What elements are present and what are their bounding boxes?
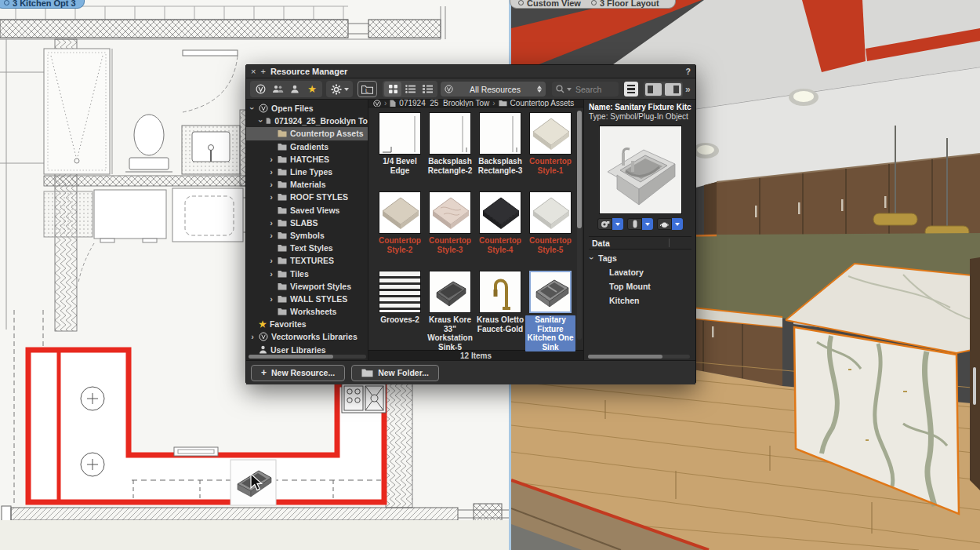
tag-kitchen[interactable]: Kitchen — [589, 296, 691, 305]
tree-item-favorites[interactable]: ★ Favorites — [246, 318, 368, 330]
close-icon[interactable]: × — [251, 67, 256, 76]
search-input[interactable] — [574, 84, 615, 95]
resource-manager-toolbar: ★ — [246, 78, 695, 100]
asset-backsplash-rectangle-2[interactable]: Backsplash Rectangle-2 — [425, 112, 475, 191]
preview-type: Type: Symbol/Plug-In Object — [589, 112, 691, 121]
svg-text:L: L — [365, 88, 368, 93]
preview-horizontal-scrollbar[interactable] — [588, 355, 690, 359]
view-tab-layouts[interactable]: Custom View 3 Floor Layout — [510, 0, 676, 9]
settings-menu-button[interactable] — [326, 81, 353, 97]
dropdown-arrow-button[interactable] — [642, 218, 653, 230]
tree-item-tiles[interactable]: › Tiles — [246, 267, 368, 279]
tags-group[interactable]: › Tags — [589, 253, 691, 263]
data-section-header[interactable]: Data — [589, 236, 691, 250]
add-window-icon[interactable]: + — [260, 67, 265, 76]
user-icon — [259, 345, 267, 354]
chevron-down-icon — [344, 88, 349, 91]
new-folder-button[interactable]: New Folder... — [351, 365, 439, 381]
asset-kraus-oletto-faucet[interactable]: Kraus Oletto Faucet-Gold — [475, 271, 525, 350]
render-mode-dropdown[interactable] — [597, 218, 623, 230]
resource-manager-titlebar[interactable]: × + Resource Manager ? — [246, 65, 695, 78]
vectorworks-app: 3 Kitchen Opt 3 Custom View 3 Floor Layo… — [0, 0, 980, 550]
folder-icon — [278, 257, 287, 264]
folder-icon — [278, 308, 287, 315]
file-icon — [266, 116, 271, 126]
grid-vertical-scrollbar[interactable] — [577, 111, 582, 340]
folder-plus-icon: L — [361, 85, 373, 94]
asset-grid: 1/4 Bevel Edge Backsplash Rectangle-2 Ba… — [368, 107, 583, 350]
tree-item-hatches[interactable]: › HATCHES — [246, 153, 368, 166]
tag-top-mount[interactable]: Top Mount — [589, 282, 691, 291]
tree-item-countertop-assets[interactable]: Countertop Assets — [246, 127, 368, 140]
tree-item-materials[interactable]: › Materials — [246, 178, 368, 191]
resource-filter-select[interactable]: All Resources — [441, 82, 546, 97]
new-folder-toolbar-button[interactable]: L — [358, 81, 377, 97]
help-icon[interactable]: ? — [686, 67, 691, 76]
tag-lavatory[interactable]: Lavatory — [589, 268, 691, 277]
search-field[interactable] — [552, 82, 619, 97]
asset-countertop-style-1[interactable]: Countertop Style-1 — [525, 112, 575, 191]
asset-countertop-style-5[interactable]: Countertop Style-5 — [525, 191, 575, 271]
tree-item-open-files[interactable]: › Open Files — [246, 102, 368, 115]
folder-icon — [278, 168, 287, 176]
view-dot-icon — [518, 0, 524, 5]
folder-icon — [278, 231, 287, 239]
breadcrumb[interactable]: › 071924_25_Brooklyn Tow › Countertop As… — [368, 100, 583, 107]
folder-icon — [499, 100, 507, 107]
vectorworks-libraries-button[interactable] — [252, 82, 269, 97]
tree-item-gradients[interactable]: Gradients — [246, 140, 368, 153]
asset-grooves-2[interactable]: Grooves-2 — [375, 271, 425, 350]
tree-item-symbols[interactable]: › Symbols — [246, 229, 368, 242]
preview-panel: Name: Sanitary Fixture Kitche... Type: S… — [583, 100, 695, 360]
toolbar-overflow-button[interactable]: » — [685, 84, 691, 95]
detail-view-button[interactable] — [419, 82, 436, 97]
favorites-button[interactable]: ★ — [303, 82, 321, 97]
asset-countertop-style-2[interactable]: Countertop Style-2 — [375, 191, 425, 271]
folder-icon — [278, 193, 287, 201]
tree-item-slabs[interactable]: › SLABS — [246, 217, 368, 229]
asset-kraus-kore-sink[interactable]: Kraus Kore 33" Workstation Sink-5 — [425, 271, 475, 350]
tree-horizontal-scrollbar[interactable] — [249, 355, 366, 359]
plus-icon: + — [261, 367, 267, 378]
preview-name: Name: Sanitary Fixture Kitche... — [589, 103, 691, 111]
tree-item-textures[interactable]: › TEXTURES — [246, 254, 368, 267]
resource-tree: › Open Files › 071924_25_Brooklyn To Cou… — [246, 100, 368, 360]
asset-countertop-style-4[interactable]: Countertop Style-4 — [475, 191, 525, 271]
tree-item-wall-styles[interactable]: › WALL STYLES — [246, 293, 368, 305]
tree-item-text-styles[interactable]: Text Styles — [246, 242, 368, 254]
list-view-button[interactable] — [401, 82, 419, 97]
folder-icon — [278, 270, 287, 278]
vectorworks-icon — [445, 85, 453, 93]
gear-icon — [331, 84, 342, 95]
view-tab-kitchen-opt[interactable]: 3 Kitchen Opt 3 — [0, 0, 85, 9]
folder-icon — [278, 244, 287, 252]
new-resource-button[interactable]: + New Resource... — [251, 365, 345, 381]
thumbnail-view-button[interactable] — [384, 82, 401, 97]
user-libraries-button[interactable] — [286, 82, 303, 97]
tree-item-saved-views[interactable]: Saved Views — [246, 204, 368, 217]
shading-mode-dropdown[interactable] — [657, 218, 683, 230]
asset-countertop-style-3[interactable]: Countertop Style-3 — [425, 191, 475, 271]
vectorworks-icon — [259, 104, 268, 113]
shared-libraries-button[interactable] — [269, 82, 286, 97]
show-right-panel-button[interactable] — [665, 83, 681, 96]
asset-backsplash-rectangle-3[interactable]: Backsplash Rectangle-3 — [475, 112, 525, 191]
vectorworks-icon — [259, 332, 268, 341]
tree-item-worksheets[interactable]: Worksheets — [246, 305, 368, 318]
tree-item-line-types[interactable]: › Line Types — [246, 166, 368, 178]
dropdown-arrow-button[interactable] — [672, 218, 683, 230]
show-left-panel-button[interactable] — [645, 83, 662, 96]
tree-item-viewport-styles[interactable]: Viewport Styles — [246, 280, 368, 293]
asset-quarter-bevel-edge[interactable]: 1/4 Bevel Edge — [375, 112, 425, 191]
folder-icon — [361, 368, 373, 377]
view-mode-dropdown[interactable] — [627, 218, 653, 230]
folder-icon — [278, 155, 287, 163]
tree-item-vectorworks-libraries[interactable]: › Vectorworks Libraries — [246, 330, 368, 343]
tree-item-roof-styles[interactable]: › ROOF STYLES — [246, 191, 368, 203]
render-mode-icon — [597, 218, 612, 230]
asset-sanitary-fixture-kitchen-sink[interactable]: Sanitary Fixture Kitchen One Sink — [525, 271, 575, 350]
tree-item-brooklyn-file[interactable]: › 071924_25_Brooklyn To — [246, 115, 368, 127]
compact-rows-button[interactable] — [624, 82, 638, 97]
dropdown-arrow-button[interactable] — [612, 218, 623, 230]
folder-icon — [278, 295, 287, 303]
